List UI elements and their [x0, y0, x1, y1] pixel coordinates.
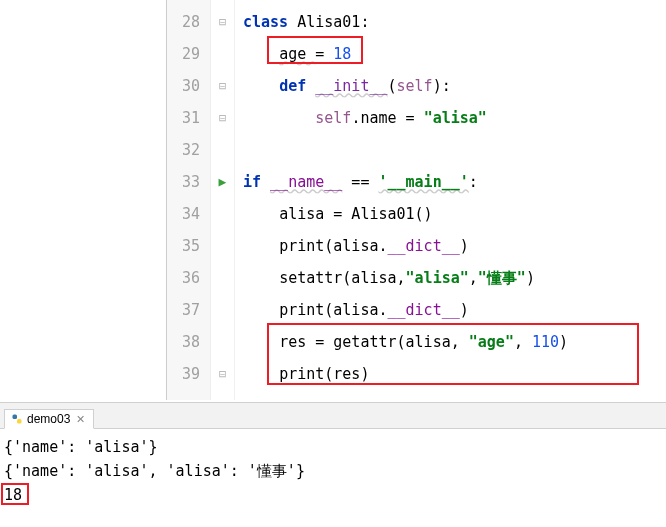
- indent: [243, 333, 279, 351]
- line-number: 37: [173, 294, 200, 326]
- num-literal: 110: [532, 333, 559, 351]
- builtin-print: print: [279, 365, 324, 383]
- indent: [243, 365, 279, 383]
- blank-line: [243, 141, 252, 159]
- arg: ): [526, 269, 535, 287]
- tab-label: demo03: [27, 412, 70, 426]
- op-eq: ==: [342, 173, 378, 191]
- keyword-if: if: [243, 173, 270, 191]
- code-line[interactable]: age = 18: [243, 38, 658, 70]
- fold-end-icon: ⊟: [211, 358, 234, 390]
- code-line[interactable]: alisa = Alisa01(): [243, 198, 658, 230]
- line-number: 32: [173, 134, 200, 166]
- arg: (res): [324, 365, 369, 383]
- code-line[interactable]: self.name = "alisa": [243, 102, 658, 134]
- indent: [243, 205, 279, 223]
- line-number: 35: [173, 230, 200, 262]
- console-tab[interactable]: demo03 ✕: [4, 409, 94, 429]
- indent: [243, 269, 279, 287]
- colon: :: [469, 173, 478, 191]
- fold-end-icon: ⊟: [211, 102, 234, 134]
- blank: [211, 262, 234, 294]
- class-name: Alisa01:: [288, 13, 369, 31]
- code-line[interactable]: print(alisa.__dict__): [243, 294, 658, 326]
- blank: [211, 326, 234, 358]
- console-line: 18: [4, 483, 662, 507]
- fold-gutter: ⊟ ⊟ ⊟ ▶ ⊟: [211, 0, 235, 400]
- indent: [243, 45, 279, 63]
- arg: ): [559, 333, 568, 351]
- line-number: 39: [173, 358, 200, 390]
- console-line: {'name': 'alisa'}: [4, 435, 662, 459]
- svg-rect-0: [13, 415, 18, 420]
- builtin-print: print: [279, 237, 324, 255]
- attr-name: .name =: [351, 109, 423, 127]
- arg: (alisa,: [397, 333, 469, 351]
- blank: [211, 294, 234, 326]
- line-number: 31: [173, 102, 200, 134]
- sig-close: ):: [433, 77, 451, 95]
- fold-mark-icon: [211, 38, 234, 70]
- code-line[interactable]: class Alisa01:: [243, 6, 658, 38]
- line-number: 34: [173, 198, 200, 230]
- code-line[interactable]: res = getattr(alisa, "age", 110): [243, 326, 658, 358]
- dunder-dict: __dict__: [388, 301, 460, 319]
- keyword-class: class: [243, 13, 288, 31]
- console-tabbar: demo03 ✕: [0, 403, 666, 429]
- blank: [211, 230, 234, 262]
- line-number: 29: [173, 38, 200, 70]
- str-literal: "age": [469, 333, 514, 351]
- fold-toggle-icon[interactable]: ⊟: [211, 6, 234, 38]
- line-number: 30: [173, 70, 200, 102]
- arg: (alisa.: [324, 301, 387, 319]
- stmt-instantiate: alisa = Alisa01(): [279, 205, 433, 223]
- str-main: '__main__': [378, 173, 468, 191]
- editor-area: 28 29 30 31 32 33 34 35 36 37 38 39 ⊟ ⊟ …: [166, 0, 666, 400]
- arg: (alisa,: [342, 269, 405, 287]
- sig-open: (: [388, 77, 397, 95]
- indent: [243, 301, 279, 319]
- arg: (alisa.: [324, 237, 387, 255]
- code-line[interactable]: if __name__ == '__main__':: [243, 166, 658, 198]
- dunder-name: __name__: [270, 173, 342, 191]
- blank: [211, 198, 234, 230]
- code-line[interactable]: setattr(alisa,"alisa","懂事"): [243, 262, 658, 294]
- blank: [211, 134, 234, 166]
- indent: [243, 77, 279, 95]
- builtin-setattr: setattr: [279, 269, 342, 287]
- line-number: 28: [173, 6, 200, 38]
- fn-init: __init__: [315, 77, 387, 95]
- line-number-gutter: 28 29 30 31 32 33 34 35 36 37 38 39: [167, 0, 211, 400]
- line-number: 38: [173, 326, 200, 358]
- num-literal: 18: [333, 45, 351, 63]
- close-icon[interactable]: ✕: [76, 413, 85, 426]
- op-assign: =: [315, 45, 333, 63]
- python-file-icon: [11, 413, 23, 425]
- fold-toggle-icon[interactable]: ⊟: [211, 70, 234, 102]
- dunder-dict: __dict__: [388, 237, 460, 255]
- builtin-print: print: [279, 301, 324, 319]
- comma: ,: [469, 269, 478, 287]
- code-line[interactable]: print(res): [243, 358, 658, 390]
- builtin-getattr: getattr: [333, 333, 396, 351]
- code-line[interactable]: def __init__(self):: [243, 70, 658, 102]
- var-res: res =: [279, 333, 333, 351]
- console-line: {'name': 'alisa', 'alisa': '懂事'}: [4, 459, 662, 483]
- var-age: age: [279, 45, 315, 63]
- svg-rect-1: [17, 419, 22, 424]
- str-literal: "alisa": [406, 269, 469, 287]
- arg: ): [460, 301, 469, 319]
- keyword-def: def: [279, 77, 315, 95]
- code-content[interactable]: class Alisa01: age = 18 def __init__(sel…: [235, 0, 666, 400]
- self: self: [315, 109, 351, 127]
- code-line[interactable]: [243, 134, 658, 166]
- run-icon[interactable]: ▶: [211, 166, 234, 198]
- indent: [243, 237, 279, 255]
- str-literal: "懂事": [478, 269, 526, 287]
- line-number: 36: [173, 262, 200, 294]
- code-line[interactable]: print(alisa.__dict__): [243, 230, 658, 262]
- line-number: 33: [173, 166, 200, 198]
- console-output[interactable]: {'name': 'alisa'} {'name': 'alisa', 'ali…: [0, 429, 666, 513]
- indent: [243, 109, 315, 127]
- param-self: self: [397, 77, 433, 95]
